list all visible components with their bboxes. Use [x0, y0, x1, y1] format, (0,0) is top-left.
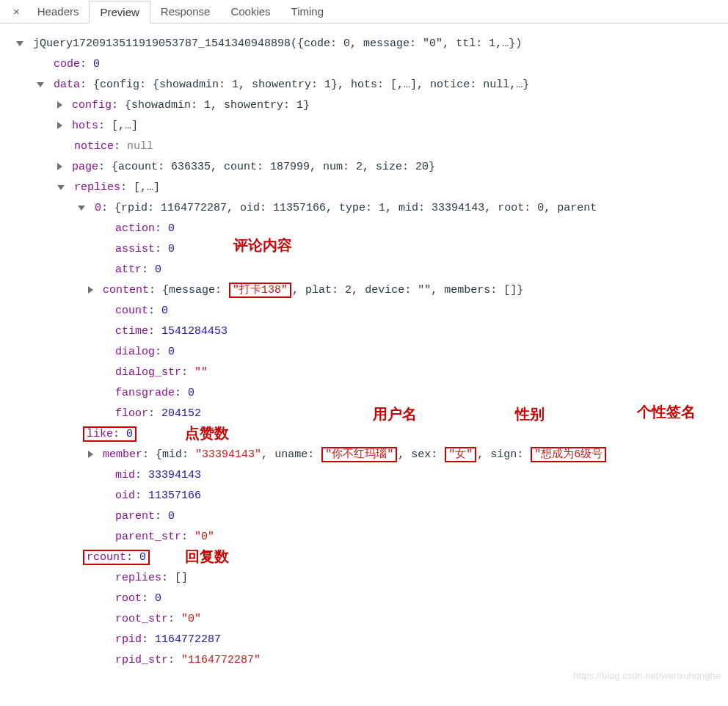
val-code: 0 [93, 58, 100, 70]
chevron-right-icon[interactable] [88, 286, 93, 294]
tree-oid[interactable]: oid: 11357166 [6, 486, 722, 506]
annotation-gender: 性别 [515, 404, 545, 424]
val-rpidstr: "1164772287" [181, 654, 261, 666]
tree-attr[interactable]: attr: 0 [6, 260, 722, 280]
val-action: 0 [168, 222, 175, 235]
content-rest: , plat: 2, device: "", members: []} [292, 284, 523, 296]
tree-floor[interactable]: floor: 204152 用户名 性别 个性签名 [6, 404, 722, 424]
chevron-down-icon[interactable] [57, 185, 65, 190]
tab-headers[interactable]: Headers [27, 1, 90, 22]
tree-code[interactable]: code: 0 [6, 54, 722, 75]
chevron-right-icon[interactable] [57, 163, 62, 170]
key-assist: assist [115, 243, 155, 255]
val-parentstr: "0" [194, 531, 214, 543]
tree-config[interactable]: config: {showadmin: 1, showentry: 1} [6, 95, 722, 116]
devtools-tabs: × Headers Preview Response Cookies Timin… [0, 0, 728, 23]
annotation-username: 用户名 [373, 404, 417, 424]
summary-reply0: {rpid: 1164772287, oid: 11357166, type: … [114, 202, 597, 214]
watermark: https://blog.csdn.net/wenxuhonghe [573, 670, 721, 681]
val-assist: 0 [168, 243, 175, 255]
val-repliesarr: [] [175, 572, 188, 584]
key-member: member [103, 448, 142, 461]
key-ctime: ctime [115, 325, 148, 338]
tree-rpid-str[interactable]: rpid_str: "1164772287" [6, 650, 722, 671]
tab-preview[interactable]: Preview [89, 1, 150, 23]
key-rcount: rcount [87, 551, 126, 564]
val-count: 0 [161, 305, 168, 317]
tree-reply-0[interactable]: 0: {rpid: 1164772287, oid: 11357166, typ… [6, 198, 722, 219]
tree-root[interactable]: jQuery17209135119190537​87_1541340948898… [6, 34, 722, 54]
key-parentstr: parent_str [115, 531, 181, 543]
key-rpidstr: rpid_str [115, 654, 168, 666]
val-fansgrade: 0 [188, 387, 194, 399]
val-mid: 33394143 [148, 469, 201, 481]
val-message: "打卡138" [229, 283, 291, 298]
key-replies: replies [74, 181, 120, 194]
tree-count[interactable]: count: 0 [6, 301, 722, 321]
val-dialog: 0 [168, 346, 175, 358]
tree-member[interactable]: member: {mid: "33394143", uname: "你不红玛瑙"… [6, 445, 722, 465]
val-dialogstr: "" [194, 366, 208, 379]
tab-timing[interactable]: Timing [281, 1, 334, 22]
val-rpid: 1164772287 [155, 633, 221, 646]
tree-rcount[interactable]: rcount: 0 回复数 [6, 547, 722, 568]
annotation-reply: 回复数 [185, 546, 229, 567]
val-attr: 0 [155, 263, 161, 276]
tab-response[interactable]: Response [150, 1, 221, 22]
tree-hots[interactable]: hots: [,…] [6, 116, 722, 137]
tree-root-val[interactable]: root: 0 [6, 589, 722, 609]
key-count: count [115, 305, 148, 317]
tree-content[interactable]: content: {message: "打卡138", plat: 2, dev… [6, 280, 722, 301]
tab-cookies[interactable]: Cookies [220, 1, 280, 22]
tree-rpid[interactable]: rpid: 1164772287 [6, 630, 722, 650]
key-hots: hots [72, 120, 98, 132]
tree-notice[interactable]: notice: null [6, 137, 722, 157]
chevron-right-icon[interactable] [88, 451, 93, 458]
root-summary: {code: 0, message: "0", ttl: 1,…} [297, 37, 515, 50]
chevron-right-icon[interactable] [57, 122, 62, 129]
annotation-signature: 个性签名 [637, 401, 696, 422]
tree-ctime[interactable]: ctime: 1541284453 [6, 321, 722, 342]
val-rootstr: "0" [181, 613, 201, 625]
tree-parent[interactable]: parent: 0 [6, 506, 722, 527]
chevron-right-icon[interactable] [57, 101, 62, 109]
key-config: config [72, 99, 112, 112]
val-rcount: 0 [139, 551, 146, 564]
val-like: 0 [126, 428, 133, 440]
val-floor: 204152 [161, 407, 201, 420]
chevron-down-icon[interactable] [78, 205, 85, 211]
summary-config: {showadmin: 1, showentry: 1} [125, 99, 310, 112]
chevron-down-icon[interactable] [37, 82, 44, 87]
tree-replies-arr[interactable]: replies: [] [6, 568, 722, 589]
key-notice: notice [74, 140, 114, 153]
val-ctime: 1541284453 [161, 325, 228, 338]
key-fansgrade: fansgrade [115, 387, 175, 399]
key-dialogstr: dialog_str [115, 366, 181, 379]
close-icon[interactable]: × [6, 5, 27, 18]
tree-dialog[interactable]: dialog: 0 [6, 342, 722, 363]
tree-action[interactable]: action: 0 [6, 219, 722, 239]
summary-replies: [,…] [134, 181, 160, 194]
key-oid: oid [115, 490, 135, 502]
json-tree: jQuery17209135119190537​87_1541340948898… [0, 23, 728, 685]
chevron-down-icon[interactable] [16, 41, 23, 46]
key-repliesarr: replies [115, 572, 161, 584]
tree-assist[interactable]: assist: 0 评论内容 [6, 239, 722, 260]
key-reply0: 0 [95, 202, 101, 214]
tree-dialog-str[interactable]: dialog_str: "" [6, 363, 722, 383]
val-uname: "你不红玛瑙" [321, 447, 397, 462]
tree-replies[interactable]: replies: [,…] [6, 178, 722, 198]
tree-parent-str[interactable]: parent_str: "0" [6, 527, 722, 547]
key-content: content [103, 284, 149, 296]
key-data: data [54, 79, 80, 91]
tree-page[interactable]: page: {acount: 636335, count: 187999, nu… [6, 157, 722, 178]
tree-root-str[interactable]: root_str: "0" [6, 609, 722, 630]
tree-mid[interactable]: mid: 33394143 [6, 465, 722, 486]
tree-data[interactable]: data: {config: {showadmin: 1, showentry:… [6, 75, 722, 95]
val-sex: "女" [445, 447, 476, 462]
key-like: like [87, 428, 113, 440]
tree-like[interactable]: like: 0 点赞数 [6, 424, 722, 445]
label-message: message [169, 284, 215, 296]
tree-fansgrade[interactable]: fansgrade: 0 [6, 383, 722, 404]
key-code: code [54, 58, 80, 70]
